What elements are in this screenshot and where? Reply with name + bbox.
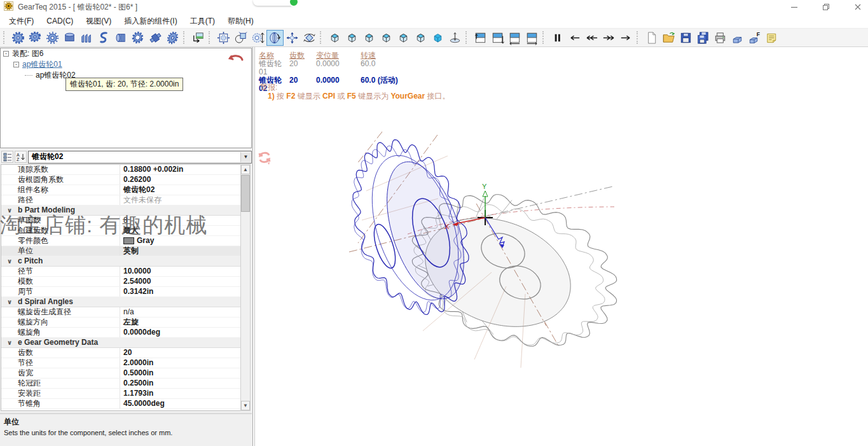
internal-gear-button[interactable] — [130, 30, 147, 46]
floating-widget[interactable] — [253, 0, 295, 6]
property-row[interactable]: 齿数20 — [1, 348, 240, 358]
save-file-button[interactable] — [677, 30, 694, 46]
new-file-button[interactable] — [643, 30, 660, 46]
chevron-down-icon[interactable]: ∨ — [1, 256, 18, 266]
cube-left-button[interactable] — [361, 30, 378, 46]
property-value[interactable]: 10.0000 — [120, 267, 240, 276]
fast-back-button[interactable] — [583, 30, 600, 46]
step-back-button[interactable] — [566, 30, 583, 46]
property-value[interactable]: 0.26200 — [120, 175, 240, 185]
property-value[interactable]: 0.0000deg — [120, 328, 240, 337]
chevron-down-icon[interactable]: ∨ — [1, 338, 18, 347]
pane-swap-left-button[interactable] — [506, 30, 523, 46]
property-row[interactable]: 周节0.3142in — [1, 287, 240, 297]
update-arrow-icon[interactable] — [227, 53, 244, 68]
property-value[interactable]: 0.18800 +0.002in — [120, 165, 240, 174]
cube-bottom-button[interactable] — [412, 30, 429, 46]
property-row[interactable]: 螺旋方向左旋 — [1, 317, 240, 328]
property-value[interactable]: 2.0000in — [120, 358, 240, 368]
pane-swap-right-button[interactable] — [523, 30, 541, 46]
spin-view-button[interactable] — [301, 30, 318, 46]
property-row[interactable]: 齿根圆角系数0.26200 — [1, 175, 240, 185]
category-row[interactable]: ∨e Gear Geometry Data — [1, 338, 240, 348]
property-value[interactable]: Gray — [120, 236, 240, 246]
pan-view-button[interactable] — [284, 30, 301, 46]
property-value[interactable]: 左旋 — [120, 317, 240, 327]
property-value[interactable]: 最大 — [120, 226, 240, 235]
open-file-button[interactable] — [660, 30, 677, 46]
zoom-inout-button[interactable] — [249, 30, 266, 46]
chevron-down-icon[interactable]: ▼ — [240, 152, 251, 162]
property-row[interactable]: 模数2.54000 — [1, 277, 240, 287]
cube-front-button[interactable] — [326, 30, 343, 46]
property-row[interactable]: 轮冠距0.2500in — [1, 379, 240, 389]
sprocket-button[interactable] — [44, 30, 61, 46]
export-part-button[interactable] — [729, 30, 746, 46]
minimize-button[interactable] — [789, 3, 799, 11]
property-row[interactable]: 创建齿数最大 — [1, 226, 240, 236]
property-value[interactable]: 1.1793in — [120, 389, 240, 398]
property-row[interactable]: 草图数8 — [1, 216, 240, 226]
menu-item[interactable]: CAD(C) — [46, 17, 73, 25]
cube-back-button[interactable] — [343, 30, 361, 46]
property-value[interactable]: 文件未保存 — [120, 195, 240, 205]
property-row[interactable]: 单位英制 — [1, 246, 240, 256]
bevel-gear-button[interactable] — [27, 30, 44, 46]
property-scrollbar[interactable]: ▲ ▼ — [240, 164, 251, 411]
spur-gear-button[interactable] — [10, 30, 27, 46]
property-value[interactable]: 0.2500in — [120, 379, 240, 388]
pause-button[interactable] — [549, 30, 566, 46]
menu-item[interactable]: 视图(V) — [86, 16, 111, 27]
property-row[interactable]: 节径2.0000in — [1, 358, 240, 368]
close-button[interactable] — [853, 3, 863, 11]
property-value[interactable]: 0.5000in — [120, 368, 240, 378]
step-forward-button[interactable] — [617, 30, 635, 46]
collapse-icon[interactable]: - — [13, 62, 19, 67]
pane-swap-up-button[interactable] — [472, 30, 489, 46]
tree-item-gear01[interactable]: - ap锥齿轮01 — [1, 59, 251, 70]
chain-button[interactable] — [95, 30, 113, 46]
property-value[interactable]: 8 — [120, 216, 240, 225]
property-row[interactable]: 螺旋角0.0000deg — [1, 328, 240, 338]
property-row[interactable]: 径节10.0000 — [1, 267, 240, 277]
property-row[interactable]: 顶隙系数0.18800 +0.002in — [1, 165, 240, 175]
export-part-f-button[interactable]: F — [746, 30, 763, 46]
property-row[interactable]: 齿宽0.5000in — [1, 368, 240, 379]
scroll-up-icon[interactable]: ▲ — [241, 165, 250, 174]
property-row[interactable]: 节锥角45.0000deg — [1, 399, 240, 409]
menu-item[interactable]: 帮助(H) — [228, 16, 254, 27]
component-selector[interactable]: 锥齿轮02 ▼ — [28, 151, 252, 164]
spline-shaft-button[interactable] — [113, 30, 130, 46]
save-copy-button[interactable] — [694, 30, 712, 46]
fast-forward-button[interactable] — [600, 30, 617, 46]
send-to-cad-button[interactable] — [189, 30, 207, 46]
face-gear-button[interactable] — [164, 30, 181, 46]
pane-swap-down-button[interactable] — [489, 30, 506, 46]
menu-item[interactable]: 插入新的组件(I) — [124, 16, 177, 27]
tree-item-assembly[interactable]: - 装配: 图6 — [1, 48, 251, 59]
cube-right-button[interactable] — [378, 30, 395, 46]
restore-button[interactable] — [821, 3, 831, 11]
chevron-down-icon[interactable]: ∨ — [1, 206, 18, 215]
property-value[interactable]: 45.0000deg — [120, 399, 240, 408]
category-row[interactable]: ∨d Spiral Angles — [1, 297, 240, 307]
print-button[interactable] — [712, 30, 729, 46]
property-value[interactable]: n/a — [120, 307, 240, 317]
chevron-down-icon[interactable]: ∨ — [1, 297, 18, 307]
cube-iso-button[interactable] — [429, 30, 446, 46]
tree-item-link[interactable]: ap锥齿轮01 — [22, 59, 62, 70]
property-value[interactable]: 2.54000 — [120, 277, 240, 286]
sort-az-button[interactable]: AZ — [15, 151, 27, 163]
collapse-icon[interactable]: - — [3, 51, 9, 57]
menu-item[interactable]: 工具(T) — [190, 16, 215, 27]
property-value[interactable]: 0.3142in — [120, 287, 240, 296]
scroll-thumb[interactable] — [241, 175, 250, 212]
notes-button[interactable] — [763, 30, 780, 46]
cube-top-button[interactable] — [395, 30, 412, 46]
rack-button[interactable] — [78, 30, 95, 46]
property-row[interactable]: 零件颜色Gray — [1, 236, 240, 246]
property-row[interactable]: 安装距1.1793in — [1, 389, 240, 399]
property-row[interactable]: 螺旋齿生成直径n/a — [1, 307, 240, 317]
property-value[interactable]: 锥齿轮02 — [120, 185, 240, 195]
viewport-3d[interactable]: 名称齿数变位量转速锥齿轮01200.000060.0锥齿轮02200.00006… — [254, 47, 868, 446]
